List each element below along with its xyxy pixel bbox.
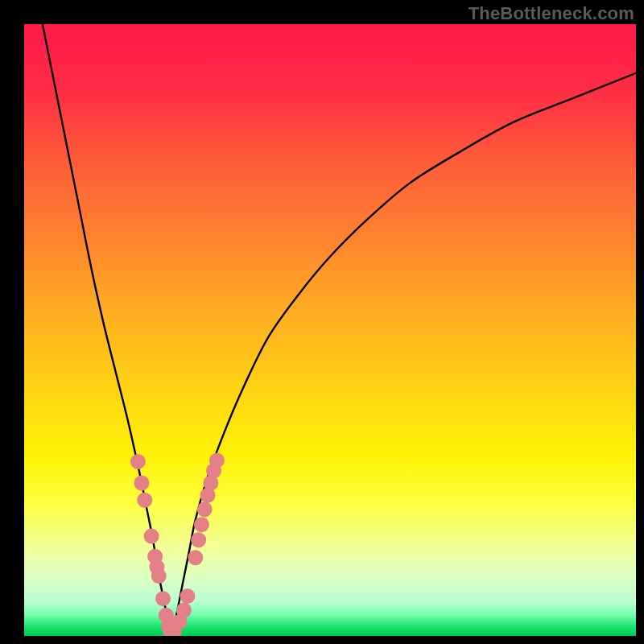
curve-marker — [188, 550, 203, 565]
plot-area — [24, 24, 636, 636]
curve-marker — [134, 476, 149, 491]
curve-marker — [155, 591, 171, 606]
curve-marker — [151, 568, 167, 584]
curve-marker — [191, 532, 206, 547]
gradient-background — [24, 24, 636, 636]
curve-marker — [197, 502, 213, 517]
curve-marker — [176, 603, 192, 618]
bottleneck-chart — [24, 24, 636, 636]
curve-marker — [180, 588, 195, 604]
curve-marker — [144, 529, 159, 544]
watermark-text: TheBottleneck.com — [469, 3, 634, 24]
curve-marker — [137, 493, 152, 508]
curve-marker — [209, 452, 225, 468]
curve-marker — [130, 454, 146, 469]
outer-frame: TheBottleneck.com — [0, 0, 644, 644]
curve-marker — [194, 517, 209, 532]
